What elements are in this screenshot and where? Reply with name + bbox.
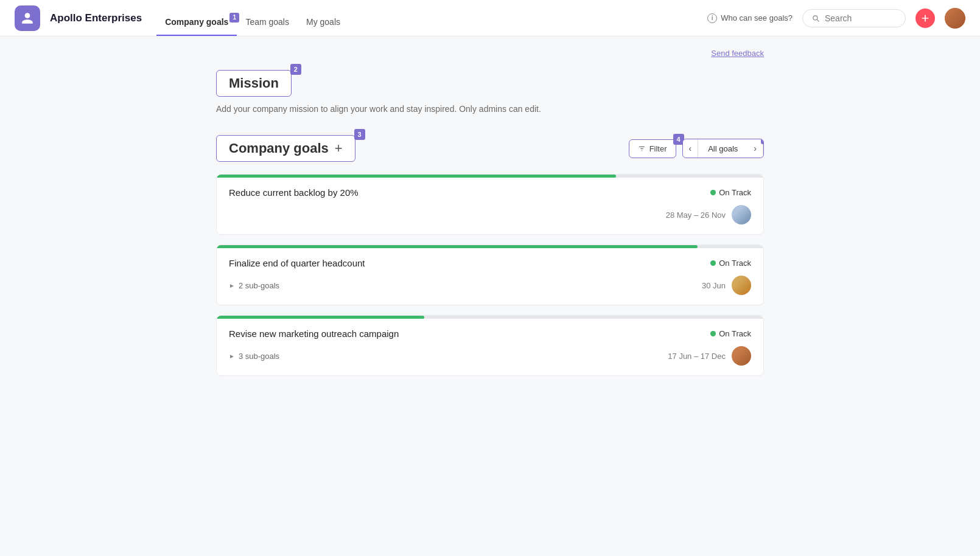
mission-title: Mission bbox=[216, 70, 292, 97]
goal-card-1[interactable]: Reduce current backlog by 20% On Track 2… bbox=[216, 174, 764, 235]
status-dot-3 bbox=[710, 331, 716, 336]
goal-3-meta-right: On Track bbox=[710, 329, 751, 338]
tab-team-goals[interactable]: Team goals bbox=[237, 12, 298, 36]
who-can-see[interactable]: i Who can see goals? bbox=[707, 13, 793, 23]
mission-description: Add your company mission to align your w… bbox=[216, 103, 764, 116]
send-feedback-row: Send feedback bbox=[216, 49, 764, 58]
sub-goals-arrow-2: ► bbox=[229, 282, 235, 289]
goal-1-body: Reduce current backlog by 20% On Track 2… bbox=[217, 178, 763, 234]
goal-2-second-row: ► 2 sub-goals 30 Jun bbox=[229, 276, 751, 295]
goal-2-avatar bbox=[732, 276, 751, 295]
search-input[interactable] bbox=[825, 13, 897, 23]
goal-2-title: Finalize end of quarter headcount bbox=[229, 258, 365, 268]
goal-2-date: 30 Jun bbox=[702, 281, 726, 290]
goal-2-sub-goals[interactable]: ► 2 sub-goals bbox=[229, 281, 279, 290]
goal-1-title: Reduce current backlog by 20% bbox=[229, 187, 359, 198]
app-icon bbox=[15, 5, 40, 31]
goals-list: Reduce current backlog by 20% On Track 2… bbox=[216, 174, 764, 376]
goal-1-status: On Track bbox=[710, 188, 751, 197]
goal-1-avatar bbox=[732, 205, 751, 224]
goal-2-main-row: Finalize end of quarter headcount On Tra… bbox=[229, 258, 751, 268]
goal-3-footer: 17 Jun – 17 Dec bbox=[668, 346, 751, 366]
goals-title: Company goals bbox=[229, 141, 329, 156]
goal-3-title: Revise new marketing outreach campaign bbox=[229, 328, 399, 339]
goals-title-box: Company goals + bbox=[216, 135, 355, 162]
add-goal-button[interactable]: + bbox=[335, 142, 343, 155]
goal-card-3[interactable]: Revise new marketing outreach campaign O… bbox=[216, 315, 764, 376]
goals-badge: 3 bbox=[354, 129, 365, 140]
filter-button[interactable]: Filter 4 bbox=[629, 139, 676, 158]
main-content: Send feedback Mission 2 Add your company… bbox=[192, 36, 788, 410]
goal-1-meta-right: On Track bbox=[710, 188, 751, 197]
company-name: Apollo Enterprises bbox=[50, 12, 142, 24]
header: Apollo Enterprises Company goals 1 Team … bbox=[0, 0, 980, 36]
nav-badge: 5 bbox=[761, 139, 764, 144]
goal-3-avatar bbox=[732, 346, 751, 366]
goal-1-date: 28 May – 26 Nov bbox=[666, 210, 726, 220]
goal-1-footer: 28 May – 26 Nov bbox=[229, 205, 751, 224]
goal-2-status: On Track bbox=[710, 259, 751, 268]
goal-2-footer: 30 Jun bbox=[702, 276, 751, 295]
mission-title-wrapper: Mission 2 bbox=[216, 70, 292, 97]
user-avatar[interactable] bbox=[945, 8, 965, 29]
goal-3-status: On Track bbox=[710, 329, 751, 338]
info-icon: i bbox=[707, 13, 717, 23]
status-dot-2 bbox=[710, 260, 716, 266]
nav-prev-button[interactable]: ‹ bbox=[683, 139, 699, 158]
nav-current-label: All goals bbox=[698, 140, 747, 158]
status-dot-1 bbox=[710, 190, 716, 195]
goal-1-main-row: Reduce current backlog by 20% On Track bbox=[229, 187, 751, 198]
goals-controls: Filter 4 ‹ All goals › 5 bbox=[629, 139, 764, 158]
person-icon bbox=[21, 12, 34, 25]
mission-section: Mission 2 Add your company mission to al… bbox=[216, 70, 764, 116]
filter-icon bbox=[638, 145, 646, 153]
goals-title-wrapper: Company goals + 3 bbox=[216, 135, 355, 162]
goal-2-body: Finalize end of quarter headcount On Tra… bbox=[217, 248, 763, 305]
send-feedback-link[interactable]: Send feedback bbox=[711, 49, 764, 58]
goal-3-date: 17 Jun – 17 Dec bbox=[668, 352, 726, 361]
search-bar[interactable] bbox=[802, 9, 906, 27]
goal-card-2[interactable]: Finalize end of quarter headcount On Tra… bbox=[216, 245, 764, 305]
goal-3-main-row: Revise new marketing outreach campaign O… bbox=[229, 328, 751, 339]
search-icon bbox=[811, 14, 820, 23]
tab-my-goals[interactable]: My goals bbox=[298, 12, 349, 36]
goals-nav: ‹ All goals › 5 bbox=[682, 139, 764, 158]
mission-badge: 2 bbox=[290, 64, 301, 75]
sub-goals-arrow-3: ► bbox=[229, 353, 235, 360]
goals-section-header: Company goals + 3 Filter 4 ‹ All goals ›… bbox=[216, 135, 764, 162]
plus-icon bbox=[920, 13, 930, 23]
goal-3-sub-goals[interactable]: ► 3 sub-goals bbox=[229, 352, 279, 361]
goal-3-second-row: ► 3 sub-goals 17 Jun – 17 Dec bbox=[229, 346, 751, 366]
tab-company-goals[interactable]: Company goals 1 bbox=[156, 12, 237, 36]
nav-tabs: Company goals 1 Team goals My goals bbox=[156, 0, 349, 36]
goal-3-body: Revise new marketing outreach campaign O… bbox=[217, 319, 763, 375]
add-button[interactable] bbox=[915, 9, 935, 28]
goal-2-meta-right: On Track bbox=[710, 259, 751, 268]
